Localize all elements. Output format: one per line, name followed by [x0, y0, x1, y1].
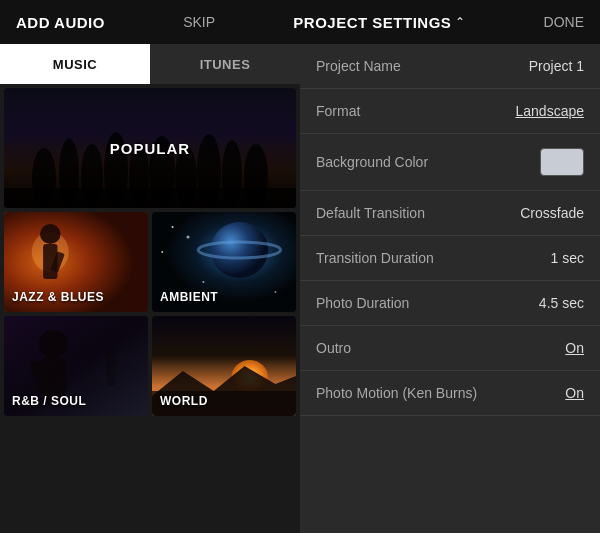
- music-grid: POPULAR: [0, 84, 300, 533]
- default-transition-label: Default Transition: [316, 205, 425, 221]
- left-panel: MUSIC ITUNES: [0, 44, 300, 533]
- grid-row-2: R&B / SOUL: [4, 316, 296, 416]
- photo-motion-value[interactable]: On: [565, 385, 584, 401]
- svg-point-19: [211, 222, 269, 278]
- outro-row[interactable]: Outro On: [300, 326, 600, 371]
- rnb-soul-item[interactable]: R&B / SOUL: [4, 316, 148, 416]
- ambient-item[interactable]: AMBIENT: [152, 212, 296, 312]
- svg-rect-30: [107, 346, 115, 386]
- transition-duration-row[interactable]: Transition Duration 1 sec: [300, 236, 600, 281]
- skip-button[interactable]: SKIP: [183, 14, 215, 30]
- popular-item[interactable]: POPULAR: [4, 88, 296, 208]
- photo-duration-value: 4.5 sec: [539, 295, 584, 311]
- svg-point-22: [186, 236, 189, 239]
- format-label: Format: [316, 103, 360, 119]
- world-item[interactable]: WORLD: [152, 316, 296, 416]
- jazz-blues-item[interactable]: JAZZ & BLUES: [4, 212, 148, 312]
- format-row[interactable]: Format Landscape: [300, 89, 600, 134]
- header: ADD AUDIO SKIP PROJECT SETTINGS ⌃ DONE: [0, 0, 600, 44]
- transition-duration-value: 1 sec: [551, 250, 584, 266]
- svg-point-15: [40, 224, 61, 244]
- add-audio-title: ADD AUDIO: [16, 14, 105, 31]
- main-content: MUSIC ITUNES: [0, 44, 600, 533]
- svg-point-27: [39, 330, 68, 358]
- done-button[interactable]: DONE: [544, 14, 584, 30]
- project-name-label: Project Name: [316, 58, 401, 74]
- background-color-row[interactable]: Background Color: [300, 134, 600, 191]
- default-transition-row[interactable]: Default Transition Crossfade: [300, 191, 600, 236]
- project-settings-nav[interactable]: PROJECT SETTINGS ⌃: [293, 14, 465, 31]
- photo-motion-label: Photo Motion (Ken Burns): [316, 385, 477, 401]
- popular-label: POPULAR: [110, 140, 190, 157]
- outro-label: Outro: [316, 340, 351, 356]
- project-settings-label: PROJECT SETTINGS: [293, 14, 451, 31]
- svg-point-24: [274, 291, 276, 293]
- chevron-up-icon: ⌃: [455, 15, 465, 29]
- svg-point-23: [161, 251, 163, 253]
- background-color-swatch[interactable]: [540, 148, 584, 176]
- world-label: WORLD: [160, 394, 208, 408]
- transition-duration-label: Transition Duration: [316, 250, 434, 266]
- tab-itunes[interactable]: ITUNES: [150, 44, 300, 84]
- project-name-row[interactable]: Project Name Project 1: [300, 44, 600, 89]
- svg-point-21: [172, 226, 174, 228]
- photo-duration-label: Photo Duration: [316, 295, 409, 311]
- photo-motion-row[interactable]: Photo Motion (Ken Burns) On: [300, 371, 600, 416]
- default-transition-value: Crossfade: [520, 205, 584, 221]
- grid-row-1: JAZZ & BLUES: [4, 212, 296, 312]
- tab-bar: MUSIC ITUNES: [0, 44, 300, 84]
- rnb-label: R&B / SOUL: [12, 394, 86, 408]
- photo-duration-row[interactable]: Photo Duration 4.5 sec: [300, 281, 600, 326]
- svg-point-25: [202, 281, 204, 283]
- project-name-value: Project 1: [529, 58, 584, 74]
- format-value[interactable]: Landscape: [515, 103, 584, 119]
- tab-music[interactable]: MUSIC: [0, 44, 150, 84]
- outro-value[interactable]: On: [565, 340, 584, 356]
- background-color-label: Background Color: [316, 154, 428, 170]
- right-panel: Project Name Project 1 Format Landscape …: [300, 44, 600, 533]
- ambient-label: AMBIENT: [160, 290, 218, 304]
- jazz-label: JAZZ & BLUES: [12, 290, 104, 304]
